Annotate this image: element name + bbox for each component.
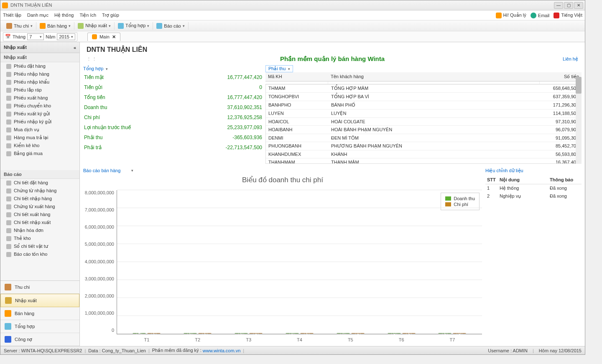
sidebar-item[interactable]: Phiếu xuất hàng bbox=[0, 94, 79, 102]
language-selector[interactable]: Tiếng Việt bbox=[554, 13, 582, 18]
filter-ma[interactable] bbox=[265, 81, 328, 84]
sidebar-item[interactable]: Thẻ kho bbox=[0, 234, 79, 242]
sidebar-item[interactable]: Chứng từ nhập hàng bbox=[0, 187, 79, 195]
table-row[interactable]: TONGHOPBVITỔNG HỢP BA VÌ637,359,900 bbox=[266, 93, 581, 101]
customer-filter-row bbox=[265, 81, 582, 84]
email-link[interactable]: Email bbox=[531, 13, 550, 18]
sidebar-item[interactable]: Phiếu xuất ký gửi bbox=[0, 110, 79, 118]
table-row[interactable]: HOAIBANHHOÀI BÁNH PHẠM NGUYÊN96,079,900 bbox=[266, 126, 581, 134]
sidebar-nav-tổng-hợp[interactable]: Tổng hợp bbox=[0, 320, 79, 333]
sidebar-nav-thu-chi[interactable]: Thu chi bbox=[0, 281, 79, 294]
hi-user-label: Hi! Quản lý bbox=[503, 13, 526, 18]
month-select[interactable]: 7▾ bbox=[27, 33, 44, 40]
sidebar-item[interactable]: Phiếu nhập hàng bbox=[0, 70, 79, 78]
table-row[interactable]: PHUONGBANHPHƯƠNG BÁNH PHẠM NGUYÊN85,452,… bbox=[266, 142, 581, 150]
baocao-dropdown[interactable]: Báo cáo bán hàng▾ bbox=[83, 167, 482, 174]
sidebar-item[interactable]: Chi tiết nhập hàng bbox=[0, 195, 79, 203]
menu-thiết-lập[interactable]: Thiết lập bbox=[3, 13, 21, 18]
col-ten-header[interactable]: Tên khách hàng bbox=[328, 72, 540, 81]
grid-line bbox=[117, 190, 482, 190]
hieuchinh-link[interactable]: Hiệu chỉnh dữ liệu bbox=[485, 167, 582, 176]
table-row[interactable]: BANHPHOBÁNH PHỐ171,296,300 bbox=[266, 101, 581, 109]
minimize-button[interactable]: — bbox=[554, 2, 563, 9]
tab-close-button[interactable]: ✕ bbox=[112, 34, 116, 40]
sidebar-group-nhapxuat[interactable]: Nhập xuất bbox=[0, 53, 79, 62]
filter-ten[interactable] bbox=[328, 81, 540, 84]
table-row[interactable]: LUYENLUYỆN114,188,500 bbox=[266, 109, 581, 118]
sidebar-item[interactable]: Mua dịch vụ bbox=[0, 126, 79, 134]
chart-title: Biểu đồ doanh thu chi phí bbox=[83, 174, 482, 186]
table-row[interactable]: THANHMAMTHANH MÂM16,367,400 bbox=[266, 158, 581, 164]
col-thongbao: Thông báo bbox=[548, 176, 582, 184]
toolbar-thu-chi[interactable]: Thu chi▾ bbox=[3, 22, 36, 30]
doc-icon bbox=[6, 220, 11, 225]
hi-user[interactable]: Hi! Quản lý bbox=[496, 13, 526, 18]
filter-tien[interactable] bbox=[540, 81, 582, 84]
menu-trợ-giúp[interactable]: Trợ giúp bbox=[102, 13, 119, 18]
sidebar-item[interactable]: Phiếu đặt hàng bbox=[0, 62, 79, 70]
month-label: Tháng bbox=[13, 34, 26, 39]
sidebar-item[interactable]: Bảng giá mua bbox=[0, 150, 79, 158]
home-icon bbox=[92, 34, 97, 39]
col-tien-header[interactable]: Số tiền bbox=[540, 72, 582, 81]
doc-icon bbox=[6, 72, 11, 77]
sidebar-nav-bán-hàng[interactable]: Bán hàng bbox=[0, 307, 79, 320]
app-icon bbox=[2, 3, 8, 8]
sidebar-item[interactable]: Phiếu nhập ký gửi bbox=[0, 118, 79, 126]
doc-icon bbox=[6, 236, 11, 241]
close-button[interactable]: ✕ bbox=[574, 2, 583, 9]
x-tick: T5 bbox=[334, 337, 367, 342]
table-row[interactable]: HOAICOLHOÀI COLGATE97,310,900 bbox=[266, 118, 581, 126]
sidebar-item[interactable]: Phiếu chuyển kho bbox=[0, 102, 79, 110]
year-select[interactable]: 2015▾ bbox=[57, 33, 75, 40]
toolbar-bán-hàng[interactable]: Bán hàng▾ bbox=[36, 22, 74, 30]
y-tick: 4,000,000,000 bbox=[85, 259, 114, 264]
toolbar-nhập-xuất[interactable]: Nhập xuất▾ bbox=[74, 22, 115, 30]
tab-main[interactable]: Main ✕ bbox=[87, 33, 120, 41]
scrollbar[interactable] bbox=[576, 77, 582, 164]
sidebar-item[interactable]: Nhận hóa đơn bbox=[0, 227, 79, 234]
sidebar-item[interactable]: Phiếu nhập khẩu bbox=[0, 78, 79, 86]
sidebar-item[interactable]: Chứng từ xuất hàng bbox=[0, 203, 79, 211]
menu-hệ-thống[interactable]: Hệ thống bbox=[54, 13, 74, 18]
sidebar-item[interactable]: Chi tiết đặt hàng bbox=[0, 179, 79, 187]
table-row[interactable]: DENMIĐEN MÌ TÔM91,095,300 bbox=[266, 134, 581, 142]
sidebar-item[interactable]: Kiểm kê kho bbox=[0, 142, 79, 150]
grid-line bbox=[117, 226, 482, 226]
contact-link[interactable]: Liên hệ bbox=[563, 56, 578, 62]
flag-icon bbox=[554, 13, 559, 18]
scrollbar-thumb[interactable] bbox=[576, 77, 582, 94]
x-tick: T6 bbox=[385, 337, 418, 342]
y-tick: 1,000,000,000 bbox=[85, 311, 114, 316]
status-reg: Phần mềm đã đăng ký : bbox=[152, 348, 202, 353]
col-ma-header[interactable]: Mã KH bbox=[265, 72, 328, 81]
table-row[interactable]: THMAMTỔNG HỢP MÂM658,648,500 bbox=[266, 84, 581, 93]
titlebar: DNTN THUẬN LIÊN — ▢ ✕ bbox=[0, 0, 585, 10]
y-tick: 2,000,000,000 bbox=[85, 293, 114, 298]
table-row[interactable]: KHANHDUMEXKHÁNH56,593,800 bbox=[266, 150, 581, 158]
maximize-button[interactable]: ▢ bbox=[564, 2, 573, 9]
menu-danh-mục[interactable]: Danh mục bbox=[27, 13, 48, 18]
sidebar-group-baocao[interactable]: Báo cáo bbox=[0, 170, 79, 179]
sidebar-item[interactable]: Phiếu lắp ráp bbox=[0, 86, 79, 94]
menu-dots-icon[interactable]: ⋮⋮ bbox=[87, 56, 97, 62]
toolbar-báo-cáo[interactable]: Báo cáo▾ bbox=[153, 22, 188, 30]
sidebar-item[interactable]: Sổ chi tiết vật tư bbox=[0, 242, 79, 250]
sidebar-item[interactable]: Báo cáo tồn kho bbox=[0, 250, 79, 258]
status-url[interactable]: www.winta.com.vn bbox=[203, 348, 240, 353]
sidebar-nav-công-nợ[interactable]: Công nợ bbox=[0, 333, 79, 346]
collapse-icon[interactable]: « bbox=[74, 45, 76, 50]
sidebar-nav-nhập-xuất[interactable]: Nhập xuất bbox=[0, 294, 79, 307]
toolbar-tổng-hợp[interactable]: Tổng hợp▾ bbox=[115, 22, 153, 30]
summary-row: Tiền mặt16,777,447,420 bbox=[83, 72, 263, 82]
sidebar-item[interactable]: Hàng mua trả lại bbox=[0, 134, 79, 142]
phaithu-dropdown[interactable]: Phải thu▾ bbox=[265, 65, 293, 72]
sidebar-item[interactable]: Chi tiết nhập xuất bbox=[0, 219, 79, 227]
tonghop-dropdown[interactable]: Tổng hợp▾ bbox=[83, 65, 108, 72]
summary-row: Phải thu-365,603,936 bbox=[83, 132, 263, 143]
date-picker[interactable]: 📅 Tháng 7▾ Năm 2015▾ bbox=[3, 32, 77, 41]
menu-tiện-ích[interactable]: Tiện ích bbox=[79, 13, 96, 18]
email-label: Email bbox=[538, 13, 550, 18]
sidebar-item[interactable]: Chi tiết xuất hàng bbox=[0, 211, 79, 219]
summary-row: Lợi nhuận trước thuế25,233,977,093 bbox=[83, 122, 263, 132]
